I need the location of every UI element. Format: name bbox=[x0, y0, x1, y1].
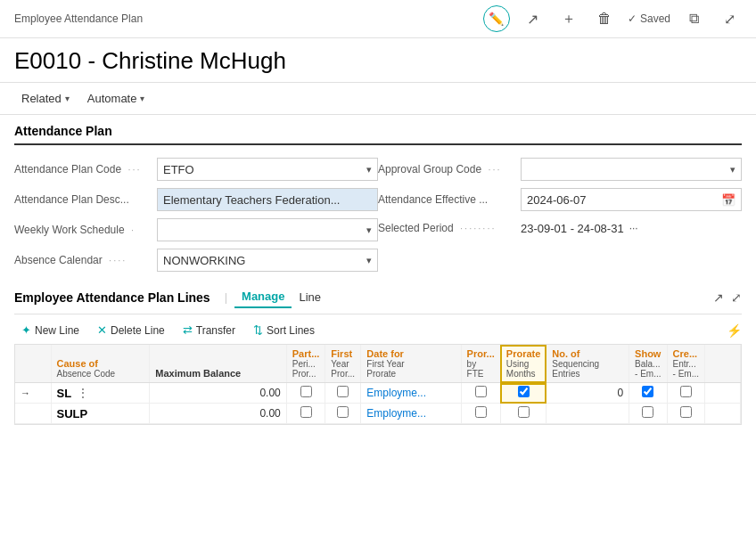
row-max-balance: 0.00 bbox=[150, 383, 287, 404]
control-work-schedule: ▾ bbox=[157, 218, 378, 241]
input-plan-desc[interactable]: Elementary Teachers Federation... bbox=[157, 188, 378, 211]
automate-dropdown[interactable]: Automate ▾ bbox=[80, 88, 152, 109]
form-row-selected-period: Selected Period ········ 23-09-01 - 24-0… bbox=[378, 215, 742, 241]
label-attendance-effective: Attendance Effective ... bbox=[378, 193, 521, 206]
row-code-cell: SL ⋮ bbox=[51, 383, 150, 404]
row-max-balance: 0.00 bbox=[150, 404, 287, 424]
delete-line-icon: ✕ bbox=[97, 323, 107, 337]
top-nav: Employee Attendance Plan ✏️ ↗ ＋ 🗑 ✓ Save… bbox=[0, 0, 756, 38]
page-title: E0010 - Christine McHugh bbox=[0, 38, 756, 83]
lines-icons: ↗ ⤢ bbox=[713, 290, 742, 305]
input-absence-calendar[interactable]: NONWORKING ▾ bbox=[157, 249, 378, 272]
table-row: → SL ⋮ 0.00 Employme... 0 bbox=[15, 383, 741, 404]
col-show-bala: Show Bala... - Em... bbox=[629, 345, 667, 383]
chevron-down-icon: ▾ bbox=[140, 94, 144, 103]
form-grid: Attendance Plan Code ··· ETFO ▾ Attendan… bbox=[14, 154, 742, 275]
col-cause-code: Cause of Absence Code bbox=[51, 345, 150, 383]
row-show-bala-check[interactable] bbox=[629, 404, 667, 424]
control-absence-calendar: NONWORKING ▾ bbox=[157, 249, 378, 272]
row-no-seq: 0 bbox=[546, 383, 629, 404]
row-scroll-spacer bbox=[705, 404, 741, 424]
dropdown-arrow-icon: ▾ bbox=[366, 164, 372, 176]
transfer-icon: ⇄ bbox=[183, 323, 193, 337]
row-first-year-check[interactable] bbox=[325, 404, 361, 424]
row-context-menu[interactable]: ⋮ bbox=[75, 386, 91, 400]
col-scroll bbox=[705, 345, 741, 383]
share-lines-icon[interactable]: ↗ bbox=[713, 290, 724, 305]
col-date-first: Date for First Year Prorate bbox=[361, 345, 461, 383]
new-line-button[interactable]: ✦ New Line bbox=[14, 320, 86, 340]
action-bar: Related ▾ Automate ▾ bbox=[0, 83, 756, 115]
section-title: Attendance Plan bbox=[14, 124, 742, 145]
label-absence-calendar: Absence Calendar ···· bbox=[14, 254, 157, 266]
app-title: Employee Attendance Plan bbox=[14, 12, 472, 25]
col-prorate-fte: Pror... by FTE bbox=[461, 345, 500, 383]
edit-button[interactable]: ✏️ bbox=[483, 5, 510, 32]
col-max-balance: Maximum Balance bbox=[150, 345, 287, 383]
form-row-plan-code: Attendance Plan Code ··· ETFO ▾ bbox=[14, 154, 378, 184]
tab-manage[interactable]: Manage bbox=[234, 286, 292, 308]
table-toolbar: ✦ New Line ✕ Delete Line ⇄ Transfer ⇅ So… bbox=[14, 314, 742, 344]
lines-table: Cause of Absence Code Maximum Balance Pa… bbox=[15, 345, 741, 424]
input-plan-code[interactable]: ETFO ▾ bbox=[157, 158, 378, 181]
row-cre-entr-check[interactable] bbox=[667, 404, 704, 424]
form-row-work-schedule: Weekly Work Schedule · ▾ bbox=[14, 215, 378, 245]
row-arrow-cell: → bbox=[15, 383, 51, 404]
external-link-icon[interactable]: ⧉ bbox=[681, 6, 706, 31]
add-button[interactable]: ＋ bbox=[556, 6, 581, 31]
new-line-icon: ✦ bbox=[21, 323, 31, 337]
saved-status: ✓ Saved bbox=[628, 12, 670, 25]
lines-header: Employee Attendance Plan Lines | Manage … bbox=[14, 286, 742, 314]
row-show-bala-check[interactable] bbox=[629, 383, 667, 404]
row-prorate-months-check[interactable] bbox=[500, 383, 546, 404]
separator: | bbox=[225, 290, 227, 304]
transfer-button[interactable]: ⇄ Transfer bbox=[176, 320, 242, 340]
delete-line-button[interactable]: ✕ Delete Line bbox=[90, 320, 172, 340]
row-date-first: Employme... bbox=[361, 383, 461, 404]
filter-icon[interactable]: ⚡ bbox=[727, 323, 742, 338]
row-scroll-spacer bbox=[705, 383, 741, 404]
input-work-schedule[interactable]: ▾ bbox=[157, 218, 378, 241]
row-part-peri-check[interactable] bbox=[286, 383, 325, 404]
form-row-approval-group: Approval Group Code ··· ▾ bbox=[378, 154, 742, 184]
tab-line[interactable]: Line bbox=[292, 287, 328, 307]
attendance-plan-section: Attendance Plan Attendance Plan Code ···… bbox=[0, 115, 756, 281]
label-plan-desc: Attendance Plan Desc... bbox=[14, 193, 157, 206]
form-left: Attendance Plan Code ··· ETFO ▾ Attendan… bbox=[14, 154, 378, 275]
control-approval-group: ▾ bbox=[521, 158, 742, 181]
share-button[interactable]: ↗ bbox=[521, 6, 546, 31]
related-dropdown[interactable]: Related ▾ bbox=[14, 88, 77, 109]
row-part-peri-check[interactable] bbox=[286, 404, 325, 424]
col-arrow bbox=[15, 345, 51, 383]
col-no-seq: No. of Sequencing Entries bbox=[546, 345, 629, 383]
row-prorate-fte-check[interactable] bbox=[461, 383, 500, 404]
col-first-year: First Year Pror... bbox=[325, 345, 361, 383]
control-selected-period: 23-09-01 - 24-08-31 ··· bbox=[521, 222, 742, 235]
sort-lines-button[interactable]: ⇅ Sort Lines bbox=[246, 320, 322, 340]
chevron-down-icon: ▾ bbox=[65, 94, 70, 103]
control-plan-desc: Elementary Teachers Federation... bbox=[157, 188, 378, 211]
value-selected-period: 23-09-01 - 24-08-31 bbox=[521, 222, 624, 235]
table-row: SULP 0.00 Employme... bbox=[15, 404, 741, 424]
row-prorate-months-check[interactable] bbox=[500, 404, 546, 424]
row-first-year-check[interactable] bbox=[325, 383, 361, 404]
table-wrapper: Cause of Absence Code Maximum Balance Pa… bbox=[14, 344, 742, 425]
delete-button[interactable]: 🗑 bbox=[592, 6, 617, 31]
input-attendance-effective[interactable]: 2024-06-07 📅 bbox=[521, 188, 742, 211]
sort-lines-icon: ⇅ bbox=[253, 323, 263, 337]
check-icon: ✓ bbox=[628, 12, 637, 25]
row-prorate-fte-check[interactable] bbox=[461, 404, 500, 424]
col-prorate-months: Prorate Using Months bbox=[500, 345, 546, 383]
expand-lines-icon[interactable]: ⤢ bbox=[731, 290, 742, 305]
control-plan-code: ETFO ▾ bbox=[157, 158, 378, 181]
input-approval-group[interactable]: ▾ bbox=[521, 158, 742, 181]
row-arrow-cell bbox=[15, 404, 51, 424]
table-header-row: Cause of Absence Code Maximum Balance Pa… bbox=[15, 345, 741, 383]
form-row-absence-calendar: Absence Calendar ···· NONWORKING ▾ bbox=[14, 245, 378, 275]
lines-title: Employee Attendance Plan Lines bbox=[14, 290, 210, 305]
row-no-seq bbox=[546, 404, 629, 424]
expand-icon[interactable]: ⤢ bbox=[717, 6, 742, 31]
lines-section: Employee Attendance Plan Lines | Manage … bbox=[0, 281, 756, 425]
row-cre-entr-check[interactable] bbox=[667, 383, 704, 404]
more-options-icon[interactable]: ··· bbox=[629, 222, 638, 234]
